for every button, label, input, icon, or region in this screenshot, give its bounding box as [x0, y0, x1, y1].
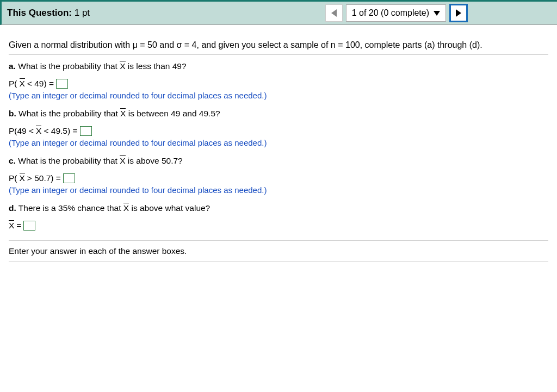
- xbar-symbol: X: [20, 173, 25, 183]
- part-a-hint: (Type an integer or decimal rounded to f…: [9, 91, 548, 100]
- prev-question-button[interactable]: [325, 4, 343, 22]
- part-d-q-pre: There is a 35% chance that: [18, 203, 123, 213]
- question-body: Given a normal distribution with μ = 50 …: [0, 25, 557, 267]
- part-a-q-pre: What is the probability that: [18, 61, 120, 71]
- part-c-equation: P(X > 50.7) =: [9, 173, 548, 183]
- next-question-button[interactable]: [449, 4, 468, 22]
- part-d-label: d.: [9, 203, 16, 213]
- question-title-label: This Question:: [7, 8, 72, 18]
- part-b-equation: P(49 < X < 49.5) =: [9, 126, 548, 136]
- part-a-label: a.: [9, 61, 16, 71]
- progress-dropdown[interactable]: 1 of 20 (0 complete): [346, 4, 446, 22]
- part-c-hint: (Type an integer or decimal rounded to f…: [9, 185, 548, 195]
- part-b-hint: (Type an integer or decimal rounded to f…: [9, 138, 548, 147]
- part-b-label: b.: [9, 109, 16, 118]
- part-c-eq-mid: > 50.7) =: [27, 173, 61, 183]
- part-b-answer-input[interactable]: [80, 126, 92, 136]
- xbar-symbol: X: [9, 221, 14, 231]
- part-c: c. What is the probability that X is abo…: [9, 150, 548, 197]
- part-d-question: d. There is a 35% chance that X is above…: [9, 203, 548, 213]
- xbar-symbol: X: [123, 203, 129, 213]
- chevron-right-icon: [456, 9, 461, 17]
- xbar-symbol: X: [36, 126, 41, 136]
- part-a: a. What is the probability that X is les…: [9, 55, 548, 102]
- part-c-question: c. What is the probability that X is abo…: [9, 156, 548, 166]
- part-a-equation: P(X < 49) =: [9, 79, 548, 89]
- xbar-symbol: X: [20, 79, 25, 89]
- part-b-eq-pre: P(49 <: [9, 126, 34, 136]
- question-nav: 1 of 20 (0 complete): [325, 4, 468, 22]
- part-c-q-post: is above 50.7?: [126, 156, 183, 165]
- part-a-answer-input[interactable]: [56, 79, 68, 89]
- question-points: 1 pt: [75, 8, 90, 18]
- part-c-answer-input[interactable]: [63, 173, 75, 183]
- part-a-eq-pre: P(: [9, 79, 17, 89]
- question-title: This Question: 1 pt: [4, 8, 90, 18]
- part-c-eq-pre: P(: [9, 173, 17, 183]
- question-intro: Given a normal distribution with μ = 50 …: [9, 40, 548, 55]
- footer-instruction: Enter your answer in each of the answer …: [9, 240, 548, 262]
- part-c-q-pre: What is the probability that: [18, 156, 120, 165]
- part-d-equation: X =: [9, 221, 548, 231]
- part-c-label: c.: [9, 156, 16, 165]
- part-b-q-post: is between 49 and 49.5?: [126, 109, 220, 118]
- xbar-symbol: X: [120, 61, 125, 71]
- xbar-symbol: X: [120, 109, 126, 119]
- chevron-left-icon: [331, 9, 337, 17]
- part-d: d. There is a 35% chance that X is above…: [9, 197, 548, 233]
- part-b: b. What is the probability that X is bet…: [9, 102, 548, 150]
- part-b-q-pre: What is the probability that: [18, 109, 120, 118]
- chevron-down-icon: [434, 11, 440, 16]
- part-d-answer-input[interactable]: [23, 221, 35, 231]
- part-b-eq-mid: < 49.5) =: [44, 126, 77, 136]
- part-d-q-post: is above what value?: [129, 203, 210, 213]
- part-a-q-post: is less than 49?: [126, 61, 187, 71]
- question-header-bar: This Question: 1 pt 1 of 20 (0 complete): [0, 0, 557, 25]
- part-a-eq-mid: < 49) =: [27, 79, 54, 89]
- xbar-symbol: X: [120, 156, 125, 166]
- part-d-eq-mid: =: [16, 221, 21, 231]
- progress-text: 1 of 20 (0 complete): [352, 8, 429, 18]
- part-b-question: b. What is the probability that X is bet…: [9, 109, 548, 119]
- part-a-question: a. What is the probability that X is les…: [9, 61, 548, 71]
